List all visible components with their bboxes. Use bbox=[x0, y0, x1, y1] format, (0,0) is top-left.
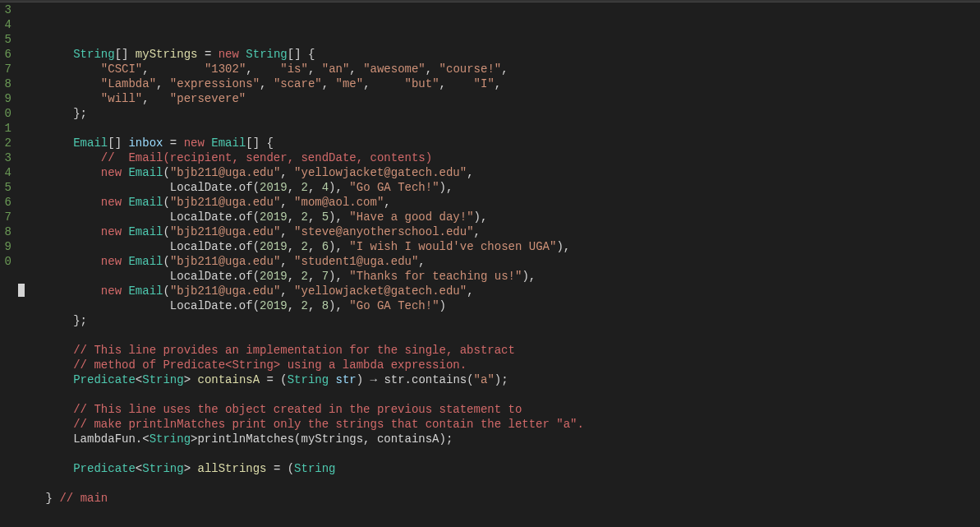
code-token: ), bbox=[329, 210, 349, 224]
code-token: "Go GA Tech!" bbox=[349, 299, 439, 312]
code-token bbox=[18, 492, 46, 505]
code-token bbox=[18, 358, 73, 372]
code-token: ), bbox=[522, 270, 536, 283]
code-line[interactable]: LambdaFun.<String>printlnMatches(myStrin… bbox=[18, 432, 584, 446]
code-token bbox=[18, 210, 170, 224]
code-token: ), bbox=[556, 240, 570, 253]
code-line[interactable]: new Email("bjb211@uga.edu", "mom@aol.com… bbox=[18, 195, 584, 210]
code-token: ); bbox=[495, 373, 508, 386]
code-token: ), bbox=[329, 299, 349, 312]
line-number: 7 bbox=[0, 62, 12, 76]
code-token: ( bbox=[163, 166, 169, 179]
code-line[interactable]: new Email("bjb211@uga.edu", "student1@ug… bbox=[18, 254, 584, 269]
code-line[interactable] bbox=[18, 476, 584, 491]
code-token: LambdaFun.< bbox=[73, 432, 149, 446]
line-number: 5 bbox=[0, 180, 12, 195]
code-token bbox=[18, 299, 170, 312]
code-line[interactable]: }; bbox=[18, 313, 584, 328]
code-token: , bbox=[260, 77, 274, 90]
code-token: Predicate bbox=[73, 462, 136, 475]
code-token: }; bbox=[73, 107, 87, 120]
code-line[interactable]: } // main bbox=[18, 491, 584, 506]
code-token: → bbox=[370, 373, 377, 386]
code-token bbox=[18, 151, 101, 164]
code-token: new bbox=[101, 225, 122, 238]
code-token: "a" bbox=[474, 373, 495, 386]
code-line[interactable] bbox=[18, 328, 584, 343]
code-line[interactable]: LocalDate.of(2019, 2, 7), "Thanks for te… bbox=[18, 269, 584, 284]
code-token: 2 bbox=[301, 270, 307, 283]
code-token: "scare" bbox=[274, 77, 322, 90]
code-area[interactable]: String[] myStrings = new String[] { "CSC… bbox=[15, 2, 584, 527]
code-token: new bbox=[101, 284, 122, 298]
line-number: 1 bbox=[0, 121, 12, 136]
code-line[interactable]: // Email(recipient, sender, sendDate, co… bbox=[18, 150, 584, 165]
code-line[interactable]: // This line uses the object created in … bbox=[18, 402, 584, 417]
code-token: 2 bbox=[301, 210, 307, 224]
code-line[interactable]: // method of Predicate<String> using a l… bbox=[18, 358, 584, 372]
code-line[interactable]: LocalDate.of(2019, 2, 6), "I wish I woul… bbox=[18, 239, 584, 254]
code-token: , bbox=[280, 284, 294, 298]
code-line[interactable]: Predicate<String> allStrings = (String bbox=[18, 461, 584, 476]
line-number: 3 bbox=[0, 150, 12, 165]
code-token: ) bbox=[439, 299, 446, 312]
line-number: 0 bbox=[0, 254, 12, 269]
line-number: 3 bbox=[0, 2, 12, 17]
code-line[interactable]: Predicate<String> containsA = (String st… bbox=[18, 372, 584, 387]
code-token: String bbox=[73, 48, 114, 61]
code-line[interactable]: LocalDate.of(2019, 2, 8), "Go GA Tech!") bbox=[18, 298, 584, 313]
code-line[interactable] bbox=[18, 121, 584, 136]
code-token: , bbox=[288, 240, 301, 253]
code-token bbox=[18, 462, 73, 475]
code-token bbox=[18, 181, 170, 194]
code-token: [] { bbox=[246, 136, 274, 150]
code-line[interactable]: String[] myStrings = new String[] { bbox=[18, 47, 584, 62]
code-token: "Go GA Tech!" bbox=[349, 181, 439, 194]
code-token: , bbox=[156, 77, 170, 90]
code-token: containsA bbox=[197, 373, 260, 386]
code-line[interactable]: // This line provides an implementation … bbox=[18, 343, 584, 358]
code-token: 7 bbox=[322, 270, 329, 283]
code-line[interactable]: LocalDate.of(2019, 2, 5), "Have a good d… bbox=[18, 210, 584, 224]
code-line[interactable]: // make printlnMatches print only the st… bbox=[18, 417, 584, 432]
code-token: ), bbox=[329, 240, 349, 253]
code-line[interactable]: "Lambda", "expressions", "scare", "me", … bbox=[18, 76, 584, 91]
code-token: myStrings bbox=[136, 48, 198, 61]
code-line[interactable]: LocalDate.of(2019, 2, 4), "Go GA Tech!")… bbox=[18, 180, 584, 195]
code-token: 6 bbox=[322, 240, 329, 253]
code-line[interactable]: new Email("bjb211@uga.edu", "yellowjacke… bbox=[18, 284, 584, 298]
code-line[interactable]: }; bbox=[18, 106, 584, 121]
code-line[interactable]: "CSCI", "1302", "is", "an", "awesome", "… bbox=[18, 62, 584, 76]
code-token: "I" bbox=[474, 77, 495, 90]
code-token: Email bbox=[128, 196, 163, 209]
code-token: "course!" bbox=[439, 62, 502, 76]
code-token: LocalDate.of( bbox=[170, 240, 260, 253]
code-token: allStrings bbox=[197, 462, 266, 475]
code-line[interactable]: new Email("bjb211@uga.edu", "yellowjacke… bbox=[18, 165, 584, 180]
code-token: , bbox=[246, 62, 280, 76]
code-token bbox=[18, 225, 101, 238]
code-token: , bbox=[363, 77, 404, 90]
code-token: >printlnMatches(myStrings, containsA); bbox=[191, 432, 453, 446]
code-editor[interactable]: 345678901234567890 String[] myStrings = … bbox=[0, 2, 980, 527]
code-token bbox=[18, 403, 73, 416]
code-token: new bbox=[101, 166, 122, 179]
code-line[interactable] bbox=[18, 446, 584, 461]
code-token: ( bbox=[163, 284, 169, 298]
code-token: String bbox=[142, 462, 183, 475]
code-token bbox=[18, 62, 101, 76]
code-line[interactable]: Email[] inbox = new Email[] { bbox=[18, 136, 584, 150]
line-number: 6 bbox=[0, 47, 12, 62]
code-token: String bbox=[294, 462, 335, 475]
code-token bbox=[18, 240, 170, 253]
code-line[interactable]: "will", "persevere" bbox=[18, 91, 584, 106]
code-token: , bbox=[288, 270, 301, 283]
code-token: 2019 bbox=[260, 240, 288, 253]
code-token: str.contains( bbox=[377, 373, 474, 386]
code-token: , bbox=[308, 240, 322, 253]
code-token: > bbox=[184, 462, 198, 475]
code-line[interactable] bbox=[18, 387, 584, 402]
code-token: }; bbox=[73, 314, 87, 327]
code-line[interactable]: new Email("bjb211@uga.edu", "steve@anyot… bbox=[18, 224, 584, 239]
code-token: , bbox=[280, 166, 294, 179]
